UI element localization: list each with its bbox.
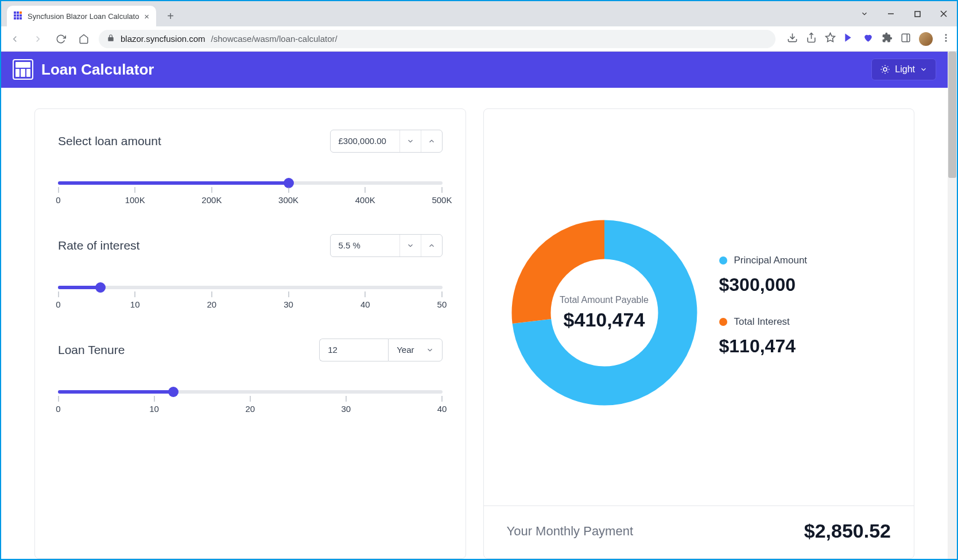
- legend-principal-label: Principal Amount: [734, 255, 808, 266]
- legend-principal: Principal Amount: [719, 255, 808, 266]
- amount-value: £300,000.00: [331, 136, 400, 146]
- tab-favicon: [14, 11, 23, 21]
- sun-icon: [880, 64, 890, 75]
- browser-tabstrip: Syncfusion Blazor Loan Calculato × +: [1, 1, 957, 26]
- profile-avatar[interactable]: [919, 32, 933, 46]
- share-icon[interactable]: [806, 32, 817, 45]
- page-content: Loan Calculator Light Select loan amount…: [1, 52, 948, 559]
- chevron-down-icon[interactable]: [851, 5, 878, 23]
- lock-icon: [107, 34, 115, 44]
- legend-interest-value: $110,474: [719, 336, 808, 357]
- chart-legend: Principal Amount $300,000 Total Interest…: [719, 255, 808, 371]
- theme-label: Light: [895, 64, 915, 75]
- main-content: Select loan amount £300,000.00: [1, 88, 948, 559]
- svg-rect-1: [915, 11, 920, 17]
- amount-row: Select loan amount £300,000.00: [58, 130, 443, 153]
- chevron-down-icon: [426, 346, 434, 354]
- window-controls: [851, 1, 957, 26]
- svg-line-20: [888, 67, 889, 67]
- legend-dot-icon: [719, 318, 727, 326]
- monthly-label: Your Monthly Payment: [507, 524, 634, 539]
- menu-icon[interactable]: [941, 33, 951, 45]
- legend-principal-value: $300,000: [719, 274, 808, 295]
- donut-chart: Total Amount Payable $410,474: [507, 215, 702, 410]
- browser-toolbar: blazor.syncfusion.com/showcase/wasm/loan…: [1, 26, 957, 52]
- svg-point-11: [945, 40, 947, 41]
- chevron-down-icon: [920, 65, 928, 73]
- browser-tab[interactable]: Syncfusion Blazor Loan Calculato ×: [7, 6, 156, 26]
- tenure-slider[interactable]: 010203040: [58, 390, 443, 397]
- legend-dot-icon: [719, 256, 727, 265]
- minimize-button[interactable]: [878, 5, 904, 23]
- browser-window: Syncfusion Blazor Loan Calculato × + bla…: [1, 1, 957, 559]
- page-viewport: Loan Calculator Light Select loan amount…: [1, 52, 957, 559]
- legend-interest: Total Interest: [719, 316, 808, 328]
- address-bar[interactable]: blazor.syncfusion.com/showcase/wasm/loan…: [99, 30, 775, 48]
- amount-decrement[interactable]: [400, 130, 421, 152]
- download-icon[interactable]: [787, 32, 798, 45]
- amount-label: Select loan amount: [58, 134, 161, 148]
- page-title: Loan Calculator: [41, 61, 154, 79]
- results-card: Total Amount Payable $410,474 Principal …: [483, 108, 915, 559]
- rate-stepper[interactable]: 5.5 %: [330, 234, 443, 257]
- svg-line-16: [888, 72, 889, 73]
- tenure-label: Loan Tenure: [58, 343, 125, 357]
- heart-icon[interactable]: [863, 32, 874, 45]
- url-path: /showcase/wasm/loan-calculator/: [211, 34, 338, 44]
- close-icon[interactable]: ×: [144, 11, 149, 21]
- url-host: blazor.syncfusion.com: [121, 34, 205, 44]
- monthly-payment-row: Your Monthly Payment $2,850.52: [484, 505, 914, 542]
- sidepanel-icon[interactable]: [901, 33, 911, 45]
- rate-value: 5.5 %: [331, 240, 400, 250]
- svg-point-9: [945, 34, 947, 36]
- home-button[interactable]: [76, 31, 92, 47]
- monthly-value: $2,850.52: [804, 520, 891, 542]
- back-button[interactable]: [7, 31, 23, 47]
- tenure-unit-label: Year: [397, 345, 414, 355]
- svg-rect-7: [902, 34, 910, 42]
- app-header: Loan Calculator Light: [1, 52, 948, 88]
- rate-increment[interactable]: [421, 235, 442, 256]
- vertical-scrollbar[interactable]: [948, 52, 957, 559]
- tenure-unit-dropdown[interactable]: Year: [388, 339, 442, 361]
- maximize-button[interactable]: [904, 5, 930, 23]
- svg-point-12: [883, 68, 887, 71]
- toolbar-actions: [787, 32, 951, 46]
- rate-slider[interactable]: 01020304050: [58, 286, 443, 293]
- donut-area: Total Amount Payable $410,474 Principal …: [507, 120, 891, 505]
- svg-point-10: [945, 37, 947, 38]
- star-icon[interactable]: [825, 32, 836, 45]
- extension-icon[interactable]: [844, 32, 855, 45]
- legend-interest-label: Total Interest: [734, 316, 790, 328]
- close-button[interactable]: [930, 5, 957, 23]
- rate-label: Rate of interest: [58, 239, 139, 252]
- new-tab-button[interactable]: +: [162, 7, 179, 25]
- donut-center: Total Amount Payable $410,474: [560, 295, 649, 331]
- tenure-value[interactable]: 12: [319, 339, 388, 361]
- amount-stepper[interactable]: £300,000.00: [330, 130, 443, 153]
- scrollbar-thumb[interactable]: [948, 52, 956, 178]
- svg-marker-6: [826, 33, 835, 42]
- total-label: Total Amount Payable: [560, 295, 649, 305]
- svg-line-15: [882, 67, 883, 67]
- puzzle-icon[interactable]: [882, 32, 893, 45]
- amount-slider[interactable]: 0100K200K300K400K500K: [58, 181, 443, 188]
- svg-line-19: [882, 72, 883, 73]
- app-logo-icon: [13, 59, 33, 80]
- forward-button[interactable]: [30, 31, 46, 47]
- theme-toggle-button[interactable]: Light: [871, 59, 936, 80]
- tenure-row: Loan Tenure 12 Year: [58, 339, 443, 361]
- tenure-input-group: 12 Year: [319, 339, 442, 361]
- reload-button[interactable]: [53, 31, 69, 47]
- inputs-card: Select loan amount £300,000.00: [34, 108, 466, 559]
- rate-row: Rate of interest 5.5 %: [58, 234, 443, 257]
- tab-title: Syncfusion Blazor Loan Calculato: [28, 12, 139, 21]
- amount-increment[interactable]: [421, 130, 442, 152]
- total-value: $410,474: [560, 309, 649, 331]
- rate-decrement[interactable]: [400, 235, 421, 256]
